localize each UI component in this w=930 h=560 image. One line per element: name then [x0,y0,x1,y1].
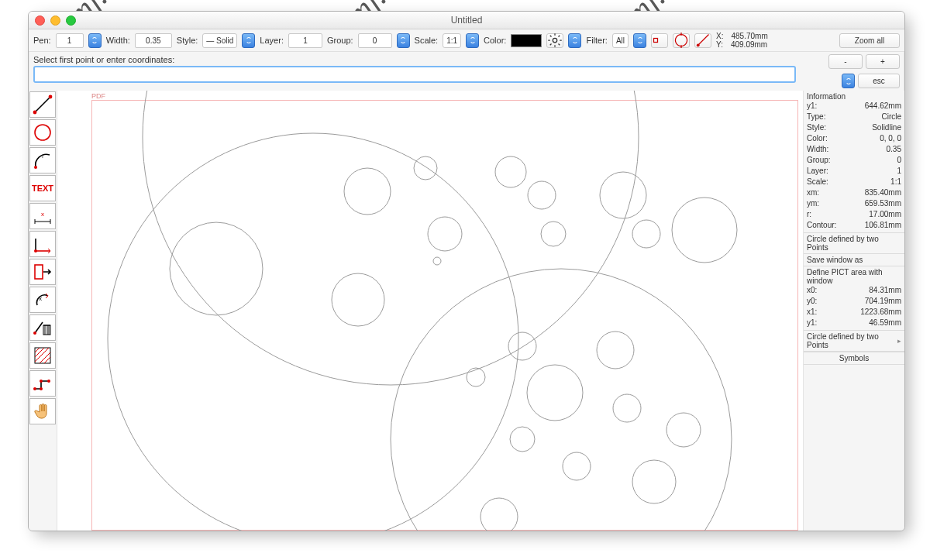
scale-label: Scale: [415,36,439,45]
pict-row: y1:46.59mm [807,318,901,328]
drawing-canvas[interactable]: PDF [57,91,803,531]
info-panel: Information y1:644.62mmType:CircleStyle:… [803,91,904,531]
esc-button[interactable]: esc [858,74,900,88]
filter-label: Filter: [586,36,608,45]
dimension-tool[interactable]: x [29,203,56,229]
svg-point-19 [47,380,50,383]
axis-tool[interactable] [29,231,56,257]
pict-row: y0:704.19mm [807,296,901,307]
width-field[interactable]: 0.35 [135,33,172,48]
info-row: r:17.00mm [807,209,901,220]
info-header: Information [807,92,901,101]
pict-row: x0:84.31mm [807,285,901,296]
info-row: xm:835.40mm [807,187,901,198]
disclosure-icon[interactable]: ▸ [897,337,901,345]
svg-text:x: x [41,211,44,218]
tool-palette: r TEXT x x [29,91,57,531]
line-tool[interactable] [29,91,56,118]
group-field[interactable]: 0 [358,33,392,48]
zoom-all-button[interactable]: Zoom all [839,33,900,48]
pan-tool[interactable] [29,398,56,424]
circle-tool[interactable] [29,119,56,146]
snap-icon-3[interactable] [694,33,711,48]
arc-tool[interactable]: r [29,147,56,173]
svg-point-4 [33,111,37,115]
info-row: Style:Solidline [807,122,901,133]
snap-icon-2[interactable] [673,33,690,48]
group-label: Group: [327,36,353,45]
delete-tool[interactable] [29,314,56,341]
svg-rect-1 [654,39,658,43]
close-icon[interactable] [35,15,45,26]
svg-point-2 [697,43,700,46]
layer-label: Layer: [260,36,284,45]
app-window: Untitled Pen: 1 Width: 0.35 Style: — Sol… [28,11,905,531]
svg-point-0 [553,38,558,43]
filter-dropdown[interactable] [633,33,646,48]
svg-point-10 [34,249,37,253]
info-row: Layer:1 [807,166,901,177]
info-row: Scale:1:1 [807,177,901,187]
info-row: Width:0.35 [807,144,901,155]
scale-select[interactable]: 1:1 [443,33,461,48]
titlebar: Untitled [29,12,904,29]
style-dropdown[interactable] [242,33,255,48]
svg-point-7 [34,166,37,169]
group-dropdown[interactable] [397,33,410,48]
circle-note-2: Circle defined by two Points [807,332,897,349]
gear-dropdown[interactable] [568,33,581,48]
gear-icon[interactable] [546,33,563,48]
text-tool[interactable]: TEXT [29,175,56,201]
prompt-text: Select first point or enter coordinates: [29,52,801,66]
svg-line-3 [35,97,50,112]
svg-point-13 [33,332,36,335]
top-toolbar: Pen: 1 Width: 0.35 Style: — Solid Layer:… [29,29,904,52]
snap-icon-1[interactable] [651,33,668,48]
color-swatch[interactable] [511,34,542,47]
svg-point-18 [40,380,43,383]
svg-point-16 [33,387,36,390]
info-row: ym:659.53mm [807,198,901,209]
color-label: Color: [484,36,506,45]
info-row: Contour:106.81mm [807,220,901,231]
svg-point-5 [49,95,53,99]
coordinate-readout: X:485.70mm Y:409.09mm [716,32,768,49]
pen-label: Pen: [33,36,51,45]
pict-header: Define PICT area with window [807,268,901,285]
info-row: Group:0 [807,155,901,166]
pen-field[interactable]: 1 [56,33,84,48]
svg-point-17 [40,387,43,390]
svg-point-6 [35,125,50,140]
symbols-header[interactable]: Symbols [804,352,904,365]
zoom-out-button[interactable]: - [828,54,863,69]
svg-rect-11 [35,265,43,279]
window-title: Untitled [451,15,483,26]
scale-dropdown[interactable] [466,33,479,48]
zoom-icon[interactable] [66,15,76,26]
style-select[interactable]: — Solid [202,33,237,48]
polyline-tool[interactable] [29,370,56,397]
info-row: Type:Circle [807,112,901,122]
info-row: Color:0, 0, 0 [807,133,901,144]
style-label: Style: [177,36,198,45]
command-input[interactable] [33,66,796,83]
svg-text:r: r [42,153,44,160]
pen-dropdown[interactable] [88,33,102,48]
layer-field[interactable]: 1 [288,33,322,48]
zoom-in-button[interactable]: + [866,54,900,69]
circle-note: Circle defined by two Points [804,233,904,254]
save-window-note[interactable]: Save window as [804,254,904,266]
filter-select[interactable]: All [612,33,629,48]
width-label: Width: [106,36,130,45]
minimize-icon[interactable] [50,15,60,26]
rotate-tool[interactable]: x [29,287,56,313]
pict-row: x1:1223.68mm [807,307,901,318]
info-row: y1:644.62mm [807,101,901,112]
export-tool[interactable] [29,259,56,285]
zoom-dropdown[interactable] [842,74,855,88]
svg-text:x: x [39,295,42,302]
hatch-tool[interactable] [29,342,56,369]
